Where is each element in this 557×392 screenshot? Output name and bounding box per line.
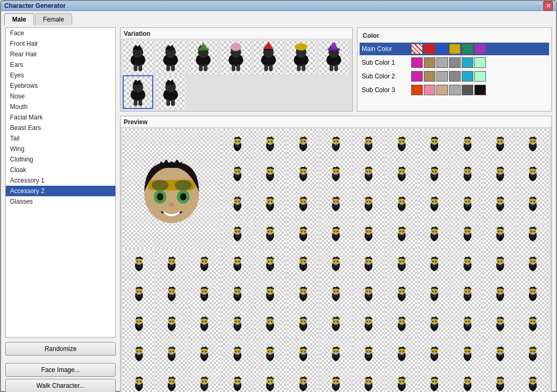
svg-rect-375 <box>464 289 471 292</box>
svg-rect-425 <box>365 319 372 321</box>
swatch-sub-color-2-1[interactable] <box>424 71 435 82</box>
category-item-clothing[interactable]: Clothing <box>6 154 115 165</box>
swatch-sub-color-3-1[interactable] <box>424 85 435 95</box>
svg-point-101 <box>498 141 500 143</box>
color-row-sub-color-3[interactable]: Sub Color 3 <box>360 84 549 96</box>
svg-point-537 <box>238 381 240 383</box>
svg-point-421 <box>334 321 335 323</box>
preview-cell-40 <box>123 249 155 278</box>
swatch-main-color-2[interactable] <box>436 44 448 54</box>
swatch-sub-color-3-3[interactable] <box>449 85 461 95</box>
svg-rect-235 <box>398 229 405 232</box>
swatch-sub-color-2-0[interactable] <box>411 71 423 82</box>
svg-point-312 <box>468 261 470 263</box>
svg-point-562 <box>402 381 404 383</box>
color-row-sub-color-2[interactable]: Sub Color 2 <box>360 70 549 83</box>
svg-rect-75 <box>332 139 339 142</box>
variation-cell-4[interactable] <box>253 41 284 74</box>
swatch-sub-color-1-3[interactable] <box>449 57 461 68</box>
svg-point-397 <box>173 321 174 323</box>
category-item-tail[interactable]: Tail <box>6 133 115 144</box>
category-item-rear-hair[interactable]: Rear Hair <box>6 49 115 59</box>
variation-title: Variation <box>121 28 352 38</box>
category-item-eyebrows[interactable]: Eyebrows <box>6 81 115 91</box>
category-item-glasses[interactable]: Glasses <box>6 196 115 207</box>
swatch-main-color-1[interactable] <box>424 44 435 54</box>
swatch-sub-color-1-5[interactable] <box>474 57 486 68</box>
preview-cell-93 <box>155 369 187 392</box>
category-item-facial-mark[interactable]: Facial Mark <box>6 112 115 123</box>
variation-cell-7[interactable] <box>123 75 153 109</box>
svg-point-566 <box>432 381 434 383</box>
preview-cell-98 <box>320 369 352 392</box>
svg-rect-38 <box>334 65 338 71</box>
swatch-sub-color-2-2[interactable] <box>436 71 448 82</box>
swatch-main-color-5[interactable] <box>474 44 486 54</box>
color-row-main-color[interactable]: Main Color <box>360 43 549 55</box>
svg-rect-205 <box>530 199 536 202</box>
svg-point-52 <box>175 180 192 190</box>
category-item-mouth[interactable]: Mouth <box>6 102 115 112</box>
app-window: Character Generator ✕ Male Female FaceFr… <box>0 0 557 392</box>
swatch-sub-color-3-0[interactable] <box>411 85 423 95</box>
face-image-button[interactable]: Face Image... <box>5 363 116 377</box>
preview-cell-81 <box>188 339 221 368</box>
variation-cell-3[interactable] <box>221 41 251 74</box>
category-item-accessory-2[interactable]: Accessory 2 <box>6 186 115 196</box>
category-item-accessory-1[interactable]: Accessory 1 <box>6 175 115 186</box>
window-title: Character Generator <box>4 2 66 9</box>
titlebar-close-button[interactable]: ✕ <box>543 1 553 11</box>
svg-point-161 <box>235 201 236 203</box>
svg-point-242 <box>435 231 437 233</box>
svg-rect-345 <box>267 289 274 292</box>
swatch-sub-color-2-5[interactable] <box>474 71 486 82</box>
category-item-cloak[interactable]: Cloak <box>6 165 115 175</box>
svg-point-192 <box>435 201 437 203</box>
preview-cell-53 <box>123 279 155 308</box>
color-row-sub-color-1[interactable]: Sub Color 1 <box>360 56 549 69</box>
svg-point-277 <box>238 261 240 263</box>
variation-cell-0[interactable] <box>123 41 153 74</box>
svg-point-427 <box>370 321 371 323</box>
variation-cell-5[interactable] <box>286 41 316 74</box>
tab-male[interactable]: Male <box>4 13 34 25</box>
swatch-sub-color-3-2[interactable] <box>436 85 448 95</box>
walk-character-button[interactable]: Walk Character... <box>5 379 116 392</box>
swatch-sub-color-3-4[interactable] <box>462 85 473 95</box>
swatch-sub-color-2-4[interactable] <box>462 71 473 82</box>
randomize-button[interactable]: Randomize <box>5 342 116 356</box>
swatch-main-color-4[interactable] <box>462 44 473 54</box>
variation-cell-1[interactable] <box>155 41 186 74</box>
swatch-main-color-3[interactable] <box>449 44 461 54</box>
category-item-front-hair[interactable]: Front Hair <box>6 38 115 49</box>
action-buttons: Randomize Face Image... Walk Character..… <box>5 342 116 392</box>
svg-rect-335 <box>201 289 208 292</box>
variation-cell-6[interactable] <box>319 41 349 74</box>
tab-female[interactable]: Female <box>35 13 72 25</box>
category-item-wing[interactable]: Wing <box>6 144 115 154</box>
category-list: FaceFront HairRear HairEarsEyesEyebrowsN… <box>5 27 116 338</box>
svg-rect-270 <box>201 259 208 262</box>
category-item-face[interactable]: Face <box>6 28 115 38</box>
svg-point-216 <box>268 231 270 233</box>
swatch-sub-color-3-5[interactable] <box>474 85 486 95</box>
svg-point-412 <box>271 321 273 323</box>
swatch-sub-color-1-1[interactable] <box>424 57 435 68</box>
preview-cell-90 <box>484 339 516 368</box>
svg-point-81 <box>366 141 368 143</box>
swatch-sub-color-1-4[interactable] <box>462 57 473 68</box>
svg-rect-555 <box>365 379 372 381</box>
category-item-eyes[interactable]: Eyes <box>6 70 115 81</box>
swatch-sub-color-2-3[interactable] <box>449 71 461 82</box>
variation-cell-2[interactable] <box>188 41 218 74</box>
category-item-nose[interactable]: Nose <box>6 91 115 102</box>
swatch-sub-color-1-2[interactable] <box>436 57 448 68</box>
variation-cell-8[interactable] <box>155 75 186 109</box>
swatch-main-color-0[interactable] <box>411 44 423 54</box>
category-item-beast-ears[interactable]: Beast Ears <box>6 123 115 133</box>
category-item-ears[interactable]: Ears <box>6 59 115 70</box>
preview-cell-75 <box>418 309 450 338</box>
svg-point-382 <box>501 291 502 293</box>
svg-rect-185 <box>398 199 405 202</box>
swatch-sub-color-1-0[interactable] <box>411 57 423 68</box>
